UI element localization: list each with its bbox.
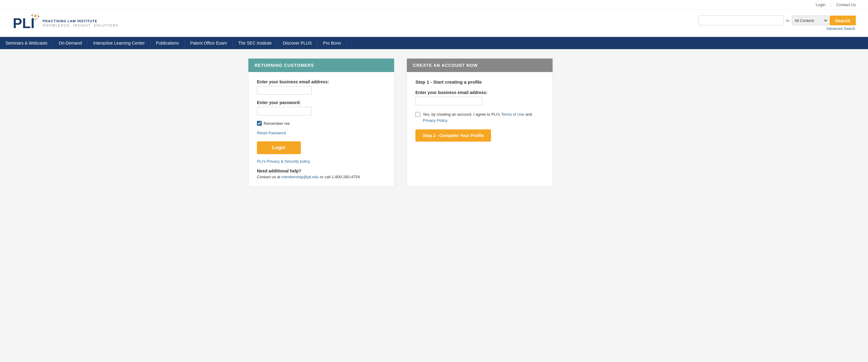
step-title: Step 1 - Start creating a profile [415,79,544,85]
privacy-policy-link[interactable]: Privacy Policy [423,118,447,123]
header-top-bar: Login | Contact Us [0,0,868,10]
terms-of-use-link[interactable]: Terms of Use [501,112,525,117]
help-section: Need additional help? Contact us at memb… [257,168,385,179]
contact-link[interactable]: Contact Us [836,2,856,7]
advanced-search-link[interactable]: Advanced Search [826,27,855,31]
remember-me-row: Remember me [257,121,385,126]
help-text-prefix: Contact us at [257,175,281,179]
pli-logo-svg: PLI [12,13,40,32]
reset-password-link[interactable]: Reset Password [257,131,385,135]
nav-item-patent-office-exam[interactable]: Patent Office Exam [185,37,232,49]
header-main: PLI PRACTISING LAW INSTITUTE KNOWLEDGE. … [0,10,868,37]
nav-item-pro-bono[interactable]: Pro Bono [317,37,346,49]
svg-text:PLI: PLI [13,15,35,31]
logo-subtitle: PRACTISING LAW INSTITUTE KNOWLEDGE. INSI… [43,19,120,27]
search-button[interactable]: Search [830,16,856,25]
create-email-input[interactable] [415,97,483,105]
create-account-title: CREATE AN ACCOUNT NOW [413,63,478,68]
email-input[interactable] [257,86,312,94]
header-divider: | [830,2,831,7]
returning-customers-body: Enter your business email address: Enter… [248,72,394,187]
help-title: Need additional help? [257,168,385,173]
main-content: RETURNING CUSTOMERS Enter your business … [236,49,632,196]
help-email-link[interactable]: membership@pli.edu [281,175,319,179]
complete-profile-button[interactable]: Step 2 - Complete Your Profile [415,130,491,142]
nav-item-sec-institute[interactable]: The SEC Institute [232,37,277,49]
logo-name: PRACTISING LAW INSTITUTE [43,19,120,23]
search-row: in All Content Programs Publications On-… [699,16,856,25]
logo: PLI PRACTISING LAW INSTITUTE KNOWLEDGE. … [12,13,120,33]
login-button[interactable]: Login [257,141,301,154]
terms-middle: and [524,112,532,117]
remember-me-checkbox[interactable] [257,121,262,126]
search-in-label: in [786,18,789,23]
returning-customers-panel: RETURNING CUSTOMERS Enter your business … [248,58,394,187]
terms-checkbox[interactable] [415,112,420,117]
nav-item-discover-plus[interactable]: Discover PLUS [277,37,317,49]
terms-text: Yes, by creating an account, I agree to … [423,111,544,123]
nav-item-publications[interactable]: Publications [151,37,185,49]
search-input[interactable] [699,16,784,25]
logo-tagline: KNOWLEDGE. INSIGHT. SOLUTIONS. [43,24,120,27]
privacy-security-link[interactable]: PLI's Privacy & Security policy [257,159,385,164]
password-input[interactable] [257,107,312,115]
returning-customers-header: RETURNING CUSTOMERS [248,59,394,72]
svg-point-3 [35,19,36,21]
nav-item-on-demand[interactable]: On-Demand [53,37,88,49]
nav-item-seminars[interactable]: Seminars & Webcasts [0,37,53,49]
svg-point-5 [32,15,33,16]
create-account-panel: CREATE AN ACCOUNT NOW Step 1 - Start cre… [407,58,553,187]
svg-point-4 [38,16,39,17]
search-select[interactable]: All Content Programs Publications On-Dem… [792,16,828,25]
remember-me-label: Remember me [264,121,290,126]
returning-customers-title: RETURNING CUSTOMERS [254,63,314,68]
email-label: Enter your business email address: [257,79,385,84]
email-group: Enter your business email address: [257,79,385,94]
svg-point-1 [34,15,37,17]
password-label: Enter your password: [257,100,385,105]
terms-row: Yes, by creating an account, I agree to … [415,111,544,123]
help-text: Contact us at membership@pli.edu or call… [257,175,385,179]
search-area: in All Content Programs Publications On-… [699,16,856,31]
help-text-suffix: or call 1-800-260-4754 [319,175,360,179]
terms-prefix: Yes, by creating an account, I agree to … [423,112,501,117]
password-group: Enter your password: [257,100,385,115]
create-email-label: Enter your business email address: [415,90,544,95]
nav-bar: Seminars & Webcasts On-Demand Interactiv… [0,37,868,49]
create-account-body: Step 1 - Start creating a profile Enter … [407,72,553,149]
create-account-header: CREATE AN ACCOUNT NOW [407,59,553,72]
login-link[interactable]: Login [815,2,825,7]
nav-item-interactive-learning[interactable]: Interactive Learning Center [88,37,151,49]
